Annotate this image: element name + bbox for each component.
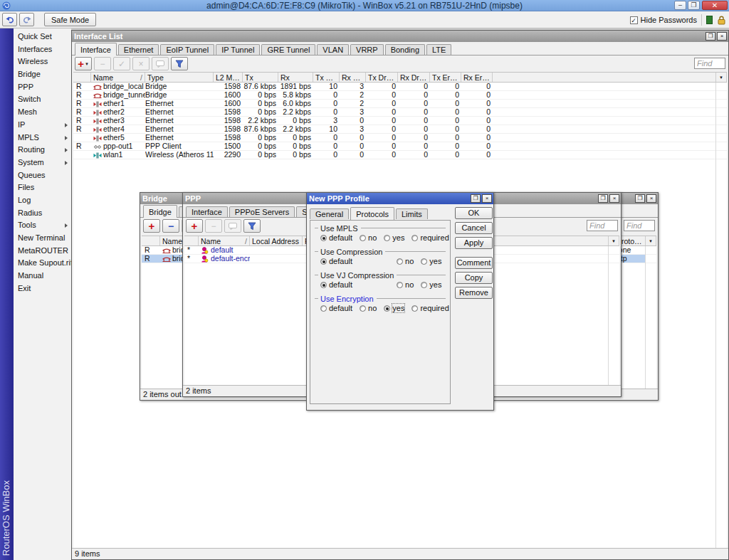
dialog-close-button[interactable]: × bbox=[482, 194, 492, 203]
sidebar-item-wireless[interactable]: Wireless bbox=[14, 56, 71, 68]
sidebar-item-tools[interactable]: Tools bbox=[14, 219, 71, 232]
radio-use-mpls-no[interactable]: no bbox=[360, 233, 377, 242]
window-restore-button[interactable]: ❐ bbox=[706, 32, 715, 41]
column-header-l2-mtu[interactable]: L2 MTU bbox=[214, 73, 243, 82]
window-close-button[interactable]: × bbox=[646, 194, 656, 203]
sidebar-item-manual[interactable]: Manual bbox=[14, 270, 71, 282]
sidebar-item-make-supout-rif[interactable]: Make Supout.rif bbox=[14, 257, 71, 270]
column-header-tx-pac[interactable]: Tx Pac... bbox=[313, 73, 340, 82]
sidebar-item-ppp[interactable]: PPP bbox=[14, 81, 71, 94]
table-row[interactable]: wlan1Wireless (Atheros 11N)22900 bps0 bp… bbox=[73, 151, 727, 159]
radio-use-vj-compression-no[interactable]: no bbox=[397, 280, 414, 289]
radio-use-compression-default[interactable]: default bbox=[320, 257, 352, 265]
window-restore-button[interactable]: ❐ bbox=[635, 194, 645, 203]
sidebar-item-mpls[interactable]: MPLS bbox=[14, 132, 71, 144]
remove-button[interactable]: − bbox=[162, 219, 179, 233]
interface-list-tab-interface[interactable]: Interface bbox=[75, 43, 117, 56]
interface-list-tab-vlan[interactable]: VLAN bbox=[317, 44, 349, 55]
column-header-name[interactable]: Name/ bbox=[199, 236, 250, 245]
radio-use-encryption-default[interactable]: default bbox=[320, 304, 352, 312]
interface-list-tab-bonding[interactable]: Bonding bbox=[385, 44, 425, 55]
hide-passwords-checkbox[interactable]: ✓ Hide Passwords bbox=[630, 16, 697, 24]
radio-use-mpls-default[interactable]: default bbox=[320, 233, 352, 242]
ppp-tab-interface[interactable]: Interface bbox=[186, 206, 228, 217]
sidebar-item-new-terminal[interactable]: New Terminal bbox=[14, 232, 71, 245]
column-picker-button[interactable]: ▼ bbox=[609, 236, 619, 245]
minimize-button[interactable]: – bbox=[674, 1, 686, 10]
column-header-rx-pac[interactable]: Rx Pac... bbox=[340, 73, 366, 82]
sidebar-item-radius[interactable]: Radius bbox=[14, 207, 71, 220]
filter-button[interactable] bbox=[243, 219, 261, 233]
filter-button[interactable] bbox=[171, 57, 188, 70]
table-row[interactable]: Rether1Ethernet16000 bps6.0 kbps020000 bbox=[73, 100, 727, 108]
radio-use-encryption-yes[interactable]: yes bbox=[384, 304, 404, 312]
sidebar-item-mesh[interactable]: Mesh bbox=[14, 106, 71, 119]
table-row[interactable]: Rbridge_tunnelBridge16000 bps5.8 kbps020… bbox=[73, 91, 727, 100]
dialog-titlebar[interactable]: New PPP Profile ❐ × bbox=[307, 193, 493, 204]
sidebar-item-files[interactable]: Files bbox=[14, 181, 71, 194]
sidebar-item-exit[interactable]: Exit bbox=[14, 282, 71, 295]
radio-use-vj-compression-default[interactable]: default bbox=[320, 280, 352, 289]
radio-use-encryption-no[interactable]: no bbox=[360, 304, 377, 312]
table-row[interactable]: ether5Ethernet15980 bps0 bps000000 bbox=[73, 134, 727, 142]
window-restore-button[interactable]: ❐ bbox=[598, 194, 608, 203]
sidebar-item-routing[interactable]: Routing bbox=[14, 144, 71, 157]
interface-list-tab-eoip-tunnel[interactable]: EoIP Tunnel bbox=[160, 44, 214, 55]
column-header-type[interactable]: Type bbox=[145, 73, 214, 82]
sidebar-item-bridge[interactable]: Bridge bbox=[14, 68, 71, 81]
remove-button[interactable]: − bbox=[94, 57, 111, 70]
cancel-button[interactable]: Cancel bbox=[455, 222, 493, 234]
comment-button[interactable]: Comment bbox=[455, 257, 493, 269]
radio-use-compression-yes[interactable]: yes bbox=[421, 257, 441, 265]
window-close-button[interactable]: × bbox=[609, 194, 619, 203]
sidebar-item-log[interactable]: Log bbox=[14, 194, 71, 207]
interface-list-tab-gre-tunnel[interactable]: GRE Tunnel bbox=[261, 44, 315, 55]
column-header-rx-errors[interactable]: Rx Errors bbox=[461, 73, 493, 82]
table-row[interactable]: Rbridge_localBridge159887.6 kbps1891 bps… bbox=[73, 83, 727, 91]
window-close-button[interactable]: × bbox=[717, 32, 727, 41]
redo-button[interactable] bbox=[19, 13, 34, 26]
table-row[interactable]: Rether2Ethernet15980 bps2.2 kbps030000 bbox=[73, 108, 727, 117]
column-header-local-address[interactable]: Local Address bbox=[250, 236, 303, 245]
bridge-tab-bridge[interactable]: Bridge bbox=[143, 205, 177, 218]
dialog-restore-button[interactable]: ❐ bbox=[471, 194, 481, 203]
close-button[interactable]: ✕ bbox=[702, 1, 728, 10]
restore-button[interactable]: ❐ bbox=[688, 1, 700, 10]
column-header-tx[interactable]: Tx bbox=[243, 73, 278, 82]
interface-list-tab-vrrp[interactable]: VRRP bbox=[350, 44, 384, 55]
remove-button[interactable]: Remove bbox=[455, 287, 493, 299]
find-input[interactable] bbox=[624, 220, 655, 231]
column-header-rx-drops[interactable]: Rx Drops bbox=[398, 73, 430, 82]
remove-button[interactable]: − bbox=[205, 219, 222, 233]
column-header-tx-errors[interactable]: Tx Errors bbox=[430, 73, 461, 82]
interface-list-tab-lte[interactable]: LTE bbox=[426, 44, 451, 55]
add-button[interactable]: + bbox=[186, 219, 203, 233]
sidebar-item-quick-set[interactable]: Quick Set bbox=[14, 31, 71, 43]
sidebar-item-system[interactable]: System bbox=[14, 157, 71, 169]
column-header-name[interactable]: Name/ bbox=[91, 73, 145, 82]
table-row[interactable]: Rether4Ethernet159887.6 kbps2.2 kbps1030… bbox=[73, 125, 727, 134]
column-header-rx[interactable]: Rx bbox=[278, 73, 313, 82]
find-input[interactable] bbox=[694, 58, 725, 69]
add-button[interactable]: +▼ bbox=[75, 57, 92, 70]
disable-button[interactable]: × bbox=[132, 57, 150, 70]
sidebar-item-interfaces[interactable]: Interfaces bbox=[14, 43, 71, 56]
radio-use-compression-no[interactable]: no bbox=[397, 257, 414, 265]
safe-mode-button[interactable]: Safe Mode bbox=[44, 13, 96, 26]
sidebar-item-queues[interactable]: Queues bbox=[14, 169, 71, 182]
radio-use-mpls-required[interactable]: required bbox=[411, 233, 449, 242]
interface-list-titlebar[interactable]: Interface List ❐ × bbox=[72, 31, 728, 42]
find-input[interactable] bbox=[587, 220, 618, 231]
undo-button[interactable] bbox=[2, 13, 17, 26]
interface-list-tab-ethernet[interactable]: Ethernet bbox=[118, 44, 159, 55]
dialog-tab-general[interactable]: General bbox=[310, 208, 349, 219]
add-button[interactable]: + bbox=[143, 219, 160, 233]
apply-button[interactable]: Apply bbox=[455, 237, 493, 249]
enable-button[interactable]: ✓ bbox=[113, 57, 130, 70]
copy-button[interactable]: Copy bbox=[455, 272, 493, 284]
column-header-tx-drops[interactable]: Tx Drops bbox=[366, 73, 398, 82]
comment-button[interactable] bbox=[224, 219, 241, 233]
interface-list-tab-ip-tunnel[interactable]: IP Tunnel bbox=[216, 44, 260, 55]
table-row[interactable]: Rppp-out1PPP Client15000 bps0 bps000000 bbox=[73, 142, 727, 151]
radio-use-encryption-required[interactable]: required bbox=[411, 304, 449, 312]
